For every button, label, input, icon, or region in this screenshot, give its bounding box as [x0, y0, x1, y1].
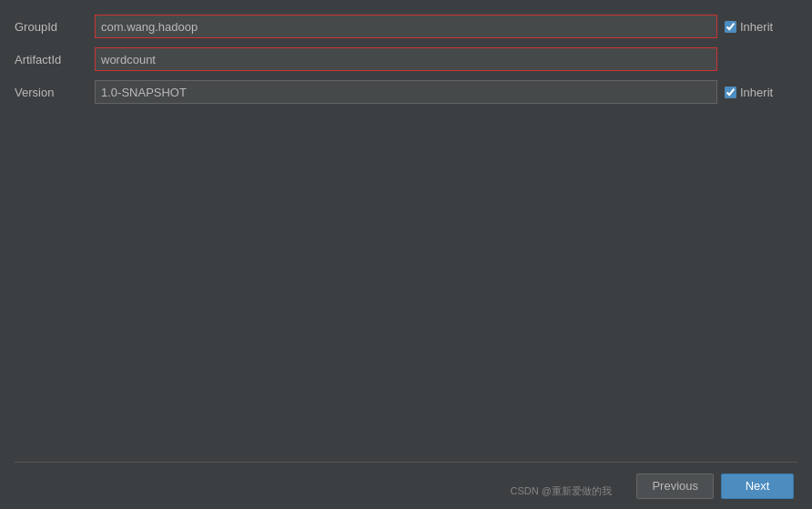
version-label: Version [15, 86, 87, 99]
footer-bar: Previous Next [15, 462, 797, 509]
spacer [15, 113, 797, 462]
version-inherit-checkbox[interactable] [725, 87, 736, 98]
groupid-label: GroupId [15, 20, 87, 34]
artifactid-label: ArtifactId [15, 53, 87, 66]
groupid-inherit-area: Inherit [725, 20, 797, 34]
main-container: GroupId Inherit ArtifactId Version Inher… [0, 0, 812, 509]
version-inherit-label: Inherit [740, 86, 773, 99]
artifactid-input[interactable] [95, 47, 717, 71]
next-button[interactable]: Next [721, 473, 794, 499]
groupid-row: GroupId Inherit [15, 15, 797, 38]
groupid-inherit-checkbox[interactable] [725, 21, 736, 33]
groupid-input[interactable] [95, 15, 717, 38]
version-input[interactable] [95, 80, 717, 104]
artifactid-row: ArtifactId [15, 47, 797, 71]
groupid-inherit-label: Inherit [740, 20, 773, 34]
form-area: GroupId Inherit ArtifactId Version Inher… [15, 15, 797, 462]
previous-button[interactable]: Previous [636, 473, 714, 499]
version-inherit-area: Inherit [725, 86, 797, 99]
version-row: Version Inherit [15, 80, 797, 104]
watermark: CSDN @重新爱做的我 [511, 484, 612, 498]
